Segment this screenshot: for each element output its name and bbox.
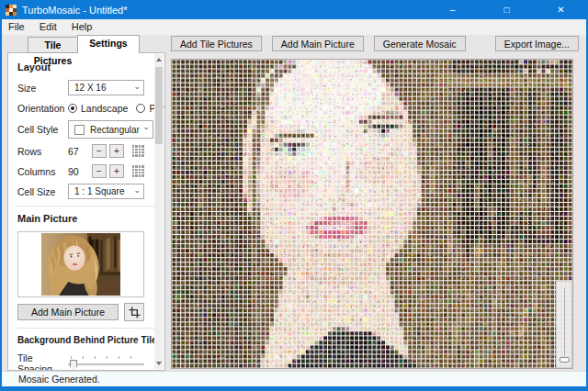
rows-row: Rows 67 − + [17,143,144,159]
generate-mosaic-button[interactable]: Generate Mosaic [374,36,466,51]
tab-settings[interactable]: Settings [77,35,140,53]
close-button[interactable]: ✕ [534,0,588,19]
tab-tile-pictures[interactable]: Tile Pictures [28,37,78,53]
orientation-landscape-radio[interactable]: Landscape [68,103,128,114]
scroll-down-icon[interactable] [156,362,162,365]
rows-grid-icon [132,145,144,157]
chevron-down-icon: ⌄ [142,122,150,131]
turbomosaic-window: TurboMosaic - Untitled* – □ ✕ File Edit … [0,0,588,391]
cell-size-value: 1 : 1 Square [74,186,124,196]
sidebar-scrollbar[interactable] [154,54,164,369]
main-picture-thumbnail [41,233,120,296]
slider-thumb[interactable] [70,360,77,371]
cell-style-dropdown[interactable]: Rectangular ⌄ [68,120,153,139]
orientation-row: Orientation Landscape Portrait [17,100,144,116]
tile-spacing-row: Tile Spacing [17,352,144,371]
columns-grid-icon [132,165,144,177]
slider-ticks [71,356,142,359]
menu-file[interactable]: File [2,19,31,35]
cell-style-label: Cell Style [17,124,68,135]
columns-label: Columns [17,166,68,177]
slider-track [68,363,144,365]
rectangle-shape-icon [74,125,85,135]
menu-bar: File Edit Help [0,19,588,35]
cell-size-row: Cell Size 1 : 1 Square ⌄ [17,184,144,199]
cell-style-value: Rectangular [90,125,140,135]
section-divider [16,206,155,207]
main-picture-box [17,231,144,297]
background-heading: Background Behind Picture Tiles [17,335,144,345]
columns-value: 90 [68,166,92,177]
size-value: 12 X 16 [74,83,106,93]
chevron-down-icon: ⌄ [133,185,141,195]
settings-panel: Layout Size 12 X 16 ⌄ Orientation Landsc… [7,52,165,371]
main-picture-actions: Add Main Picture [17,303,144,321]
mosaic-preview-image [172,60,572,368]
landscape-label: Landscape [81,103,128,114]
rows-increment-button[interactable]: + [109,144,124,158]
cell-style-row: Cell Style Rectangular ⌄ [17,120,144,139]
window-controls: – □ ✕ [425,0,588,19]
menu-edit[interactable]: Edit [33,19,63,35]
preview-zoom-slider[interactable] [556,281,572,368]
columns-increment-button[interactable]: + [109,164,124,178]
status-text: Mosaic Generated. [18,374,100,385]
app-icon [6,5,17,16]
tile-spacing-slider[interactable] [68,356,144,371]
chevron-down-icon: ⌄ [133,82,141,91]
columns-row: Columns 90 − + [17,163,144,179]
export-image-button[interactable]: Export Image... [495,36,579,51]
minimize-button[interactable]: – [425,0,480,19]
section-divider [16,328,155,329]
scrollbar-thumb[interactable] [155,67,163,144]
main-picture-heading: Main Picture [17,213,144,224]
add-tile-pictures-button[interactable]: Add Tile Pictures [171,36,262,51]
size-label: Size [17,83,68,94]
rows-label: Rows [17,146,68,157]
cell-size-label: Cell Size [17,186,68,197]
size-dropdown[interactable]: 12 X 16 ⌄ [68,80,144,95]
rows-value: 67 [68,146,92,157]
zoom-slider-thumb[interactable] [560,357,570,363]
crop-button[interactable] [124,303,144,321]
crop-icon [129,307,141,318]
add-main-picture-sidebar-button[interactable]: Add Main Picture [17,304,119,320]
scroll-up-icon[interactable] [156,58,162,61]
add-main-picture-button[interactable]: Add Main Picture [272,36,364,51]
rows-decrement-button[interactable]: − [92,144,107,158]
cell-size-dropdown[interactable]: 1 : 1 Square ⌄ [68,184,144,199]
maximize-button[interactable]: □ [480,0,534,19]
tile-spacing-label: Tile Spacing [17,352,68,371]
zoom-slider-track [564,288,565,356]
menu-help[interactable]: Help [65,19,99,35]
orientation-label: Orientation [17,103,68,114]
window-title: TurboMosaic - Untitled* [22,5,128,16]
size-row: Size 12 X 16 ⌄ [17,80,144,95]
title-bar[interactable]: TurboMosaic - Untitled* – □ ✕ [0,0,588,19]
status-bar: Mosaic Generated. [0,371,588,386]
radio-unselected-icon [136,104,145,113]
columns-decrement-button[interactable]: − [92,164,107,178]
mosaic-preview-area [171,59,573,369]
toolbar: Add Tile Pictures Add Main Picture Gener… [171,36,466,51]
radio-selected-icon [68,104,77,113]
